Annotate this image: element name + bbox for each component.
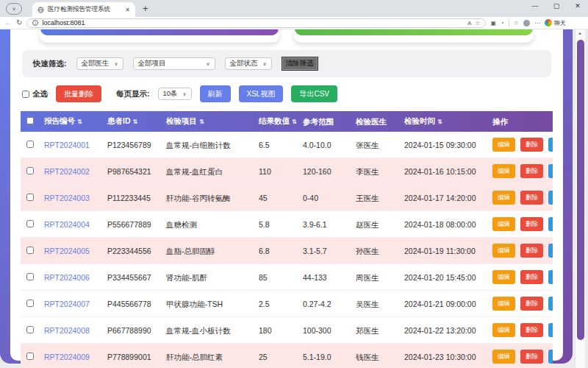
detail-button[interactable]: 详情 bbox=[548, 244, 553, 258]
detail-button[interactable]: 详情 bbox=[548, 270, 553, 284]
edit-button[interactable]: 编辑 bbox=[492, 350, 515, 364]
select-all-checkbox[interactable] bbox=[22, 91, 29, 98]
doctor-cell: 张医生 bbox=[351, 132, 400, 158]
delete-button[interactable]: 删除 bbox=[520, 217, 543, 231]
xsl-view-button[interactable]: XSL视图 bbox=[239, 85, 284, 102]
row-checkbox-cell bbox=[21, 185, 40, 211]
more-menu-icon[interactable]: ⋯ bbox=[534, 20, 540, 26]
delete-button[interactable]: 删除 bbox=[520, 191, 543, 205]
page-scrollbar[interactable]: ▲ bbox=[575, 29, 585, 368]
detail-button[interactable]: 详情 bbox=[548, 350, 553, 364]
row-checkbox-cell bbox=[21, 132, 40, 158]
close-icon[interactable]: ✕ bbox=[573, 2, 582, 10]
chevron-down-icon: ∨ bbox=[262, 61, 266, 67]
delete-button[interactable]: 删除 bbox=[520, 244, 543, 258]
delete-button[interactable]: 删除 bbox=[520, 270, 543, 284]
sort-icon[interactable]: ⇅ bbox=[133, 118, 138, 125]
page-size-select[interactable]: 10条 ∨ bbox=[158, 88, 192, 100]
detail-button[interactable]: 详情 bbox=[548, 297, 553, 311]
column-header[interactable]: 报告编号⇅ bbox=[40, 111, 103, 132]
address-input[interactable]: i localhost:8081 A ☆ bbox=[26, 18, 486, 28]
select-all-label: 全选 bbox=[32, 89, 48, 99]
report-id-link[interactable]: RPT2024006 bbox=[44, 273, 90, 282]
favorite-star-icon[interactable]: ☆ bbox=[475, 20, 480, 26]
site-info-icon[interactable]: i bbox=[32, 20, 38, 26]
batch-delete-button[interactable]: 批量删除 bbox=[56, 85, 101, 102]
edit-button[interactable]: 编辑 bbox=[492, 217, 515, 231]
column-header[interactable]: 检验项目⇅ bbox=[162, 111, 254, 132]
edit-button[interactable]: 编辑 bbox=[492, 297, 515, 311]
discover-icon[interactable]: ◔ bbox=[501, 20, 504, 26]
row-checkbox[interactable] bbox=[26, 300, 34, 307]
tab-close-icon[interactable]: ✕ bbox=[125, 7, 130, 13]
new-tab-icon[interactable]: + bbox=[143, 3, 148, 14]
delete-button[interactable]: 删除 bbox=[520, 350, 543, 364]
row-checkbox[interactable] bbox=[26, 194, 34, 201]
edit-button[interactable]: 编辑 bbox=[492, 164, 515, 178]
report-id-link[interactable]: RPT2024008 bbox=[44, 326, 90, 335]
export-csv-button[interactable]: 导出CSV bbox=[291, 85, 337, 102]
maximize-icon[interactable]: ▢ bbox=[552, 2, 561, 10]
edit-button[interactable]: 编辑 bbox=[492, 323, 515, 337]
delete-button[interactable]: 删除 bbox=[520, 138, 543, 152]
scrollbar-thumb[interactable] bbox=[577, 40, 584, 340]
profile-avatar[interactable] bbox=[523, 20, 530, 26]
sort-icon[interactable]: ⇅ bbox=[77, 118, 82, 125]
row-checkbox[interactable] bbox=[26, 167, 34, 174]
tab-search-icon[interactable]: ˅ bbox=[6, 3, 22, 15]
detail-button[interactable]: 详情 bbox=[548, 217, 553, 231]
row-checkbox[interactable] bbox=[26, 353, 34, 360]
row-checkbox[interactable] bbox=[26, 326, 34, 333]
copilot-label: 聊天 bbox=[554, 19, 566, 27]
sort-icon[interactable]: ⇅ bbox=[437, 118, 442, 125]
delete-button[interactable]: 删除 bbox=[520, 164, 543, 178]
split-screen-icon[interactable]: ▣ bbox=[490, 20, 496, 26]
report-id-link[interactable]: RPT2024004 bbox=[44, 220, 90, 229]
read-aloud-icon[interactable]: A bbox=[467, 20, 471, 26]
edit-button[interactable]: 编辑 bbox=[492, 138, 515, 152]
scroll-up-icon[interactable]: ▲ bbox=[578, 31, 582, 35]
column-header[interactable]: 检验时间⇅ bbox=[400, 111, 488, 132]
row-checkbox[interactable] bbox=[26, 247, 34, 254]
detail-button[interactable]: 详情 bbox=[548, 191, 553, 205]
column-header[interactable]: 患者ID⇅ bbox=[103, 111, 162, 132]
column-header[interactable]: 结果数值⇅ bbox=[254, 111, 298, 132]
edit-button[interactable]: 编辑 bbox=[492, 270, 515, 284]
row-checkbox[interactable] bbox=[26, 273, 34, 280]
minimize-icon[interactable]: — bbox=[531, 2, 539, 10]
row-checkbox[interactable] bbox=[26, 141, 34, 148]
report-id-link[interactable]: RPT2024007 bbox=[44, 300, 90, 308]
browser-url-bar: ← ↻ i localhost:8081 A ☆ ▣ ◔ ☆ ⋯ 聊天 bbox=[0, 17, 588, 29]
detail-button[interactable]: 详情 bbox=[548, 323, 553, 337]
refresh-icon[interactable]: ↻ bbox=[16, 19, 22, 26]
report-id-link[interactable]: RPT2024009 bbox=[44, 353, 90, 361]
clear-filters-button[interactable]: 清除筛选 bbox=[282, 57, 318, 71]
browser-tab[interactable]: 医疗检测报告管理系统 ✕ bbox=[32, 2, 135, 17]
sort-icon[interactable]: ⇅ bbox=[199, 118, 204, 125]
status-filter-select[interactable]: 全部状态 ∨ bbox=[225, 57, 272, 70]
result-value-cell: 5.8 bbox=[254, 211, 298, 238]
reference-range-cell: 0-40 bbox=[298, 185, 351, 211]
doctor-filter-select[interactable]: 全部医生 ∨ bbox=[76, 57, 123, 70]
table-controls-row: 全选 批量删除 每页显示: 10条 ∨ 刷新 XSL视图 导出CSV bbox=[22, 85, 551, 102]
browser-tab-bar: ˅ 医疗检测报告管理系统 ✕ + — ▢ ✕ bbox=[0, 0, 588, 17]
delete-button[interactable]: 删除 bbox=[520, 297, 543, 311]
header-checkbox[interactable] bbox=[26, 117, 34, 124]
collections-icon[interactable]: ☆ bbox=[514, 20, 519, 26]
report-id-link[interactable]: RPT2024003 bbox=[44, 194, 90, 202]
detail-button[interactable]: 详情 bbox=[548, 138, 553, 152]
row-checkbox[interactable] bbox=[26, 220, 34, 227]
row-checkbox-cell bbox=[21, 317, 40, 344]
report-id-link[interactable]: RPT2024001 bbox=[44, 141, 90, 149]
edit-button[interactable]: 编辑 bbox=[492, 191, 515, 205]
project-filter-select[interactable]: 全部项目 ∨ bbox=[133, 57, 215, 70]
delete-button[interactable]: 删除 bbox=[520, 323, 543, 337]
sort-icon[interactable]: ⇅ bbox=[292, 118, 297, 125]
edit-button[interactable]: 编辑 bbox=[492, 244, 515, 258]
refresh-button[interactable]: 刷新 bbox=[200, 85, 231, 102]
report-id-link[interactable]: RPT2024002 bbox=[44, 167, 90, 176]
detail-button[interactable]: 详情 bbox=[548, 164, 553, 178]
back-icon[interactable]: ← bbox=[4, 19, 12, 26]
report-id-link[interactable]: RPT2024005 bbox=[44, 247, 90, 255]
copilot-button[interactable]: 聊天 bbox=[545, 19, 566, 27]
